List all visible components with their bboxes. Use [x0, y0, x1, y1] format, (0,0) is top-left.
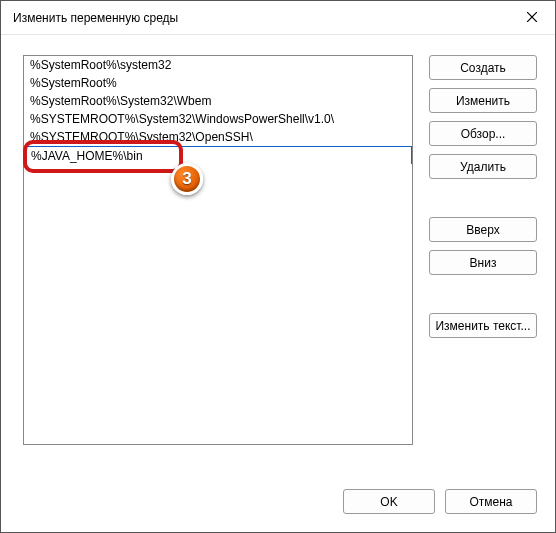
- path-edit-input[interactable]: [25, 147, 411, 165]
- edit-button[interactable]: Изменить: [429, 88, 537, 113]
- browse-button[interactable]: Обзор...: [429, 121, 537, 146]
- list-item[interactable]: %SYSTEMROOT%\System32\WindowsPowerShell\…: [24, 110, 412, 128]
- close-button[interactable]: [509, 1, 555, 33]
- ok-button[interactable]: OK: [343, 489, 435, 514]
- create-button[interactable]: Создать: [429, 55, 537, 80]
- client-area: %SystemRoot%\system32 %SystemRoot% %Syst…: [1, 35, 555, 532]
- path-listbox[interactable]: %SystemRoot%\system32 %SystemRoot% %Syst…: [23, 55, 413, 445]
- side-button-column: Создать Изменить Обзор... Удалить Вверх …: [429, 55, 537, 514]
- close-icon: [527, 12, 537, 22]
- annotation-step-badge: 3: [171, 163, 203, 195]
- list-item[interactable]: %SystemRoot%\system32: [24, 56, 412, 74]
- edit-text-button[interactable]: Изменить текст...: [429, 313, 537, 338]
- move-down-button[interactable]: Вниз: [429, 250, 537, 275]
- cancel-button[interactable]: Отмена: [445, 489, 537, 514]
- window-title: Изменить переменную среды: [13, 11, 178, 25]
- list-item[interactable]: %SystemRoot%\System32\Wbem: [24, 92, 412, 110]
- dialog-footer: OK Отмена: [343, 489, 537, 514]
- list-item[interactable]: %SystemRoot%: [24, 74, 412, 92]
- list-item[interactable]: %SYSTEMROOT%\System32\OpenSSH\: [24, 128, 412, 146]
- move-up-button[interactable]: Вверх: [429, 217, 537, 242]
- env-var-edit-dialog: Изменить переменную среды %SystemRoot%\s…: [0, 0, 556, 533]
- titlebar: Изменить переменную среды: [1, 1, 555, 35]
- delete-button[interactable]: Удалить: [429, 154, 537, 179]
